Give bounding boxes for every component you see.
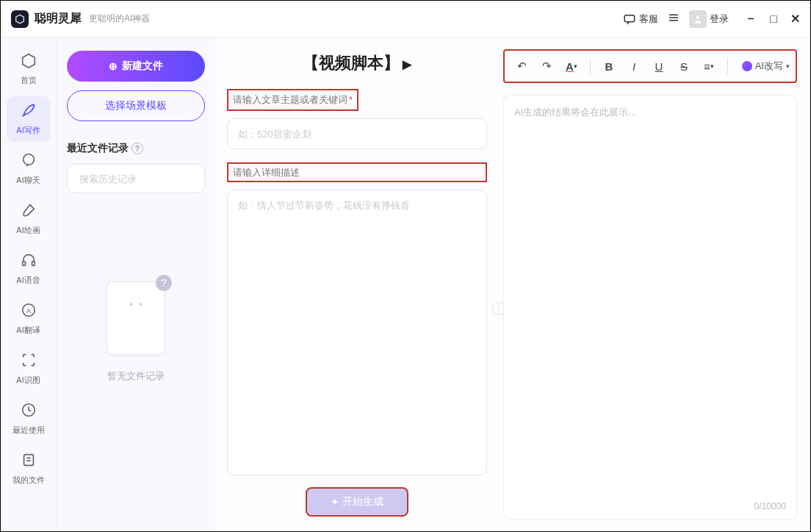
rail-recent[interactable]: 最近使用 [7,396,51,442]
chevron-down-icon: ▾ [786,62,790,70]
hamburger-icon [667,11,680,24]
editor-panel: 【视频脚本】▶ 请输入文章主题或者关键词* 请输入详细描述 ✦ 开始生成 ⋮ [215,37,499,531]
minimize-button[interactable]: － [745,11,757,26]
headphone-icon [21,252,37,272]
bold-button[interactable]: B [598,55,620,77]
rail-label: AI写作 [16,125,40,136]
separator [590,58,591,74]
svg-rect-9 [32,262,35,266]
detail-textarea[interactable] [227,190,487,475]
align-icon: ≡ [704,60,710,73]
svg-rect-13 [24,455,33,466]
rail-label: AI语音 [16,275,40,286]
rail-label: 首页 [21,75,37,86]
svg-marker-0 [16,15,24,24]
svg-text:A: A [26,307,31,314]
clock-icon [21,402,37,422]
chat-bubble-icon [21,152,37,172]
output-placeholder: AI生成的结果将会在此展示... [514,107,636,118]
chat-icon [623,12,636,26]
separator [727,58,728,74]
undo-icon: ↶ [517,60,527,73]
empty-doc-icon: ? • • [107,281,165,355]
app-logo-icon [11,10,29,28]
svg-rect-8 [22,262,25,266]
search-history-input-wrap[interactable] [67,164,205,193]
redo-button[interactable]: ↷ [536,55,558,77]
rail-home[interactable]: 首页 [7,46,51,92]
translate-icon: A [21,302,37,322]
svg-point-5 [696,15,700,19]
home-icon [21,52,37,72]
recent-header: 最近文件记录 ? [67,142,205,155]
underline-button[interactable]: U [648,55,670,77]
sparkle-icon: ✦ [331,496,339,508]
recent-title: 最近文件记录 [67,142,129,155]
titlebar: 聪明灵犀 更聪明的AI神器 客服 登录 － □ ✕ [1,1,810,37]
redo-icon: ↷ [542,60,552,73]
rail-ai-translate[interactable]: A AI翻译 [7,296,51,342]
search-history-input[interactable] [79,173,203,184]
file-icon [21,452,37,472]
empty-text: 暂无文件记录 [107,370,165,383]
generate-button[interactable]: ✦ 开始生成 [306,487,408,517]
rail-my-files[interactable]: 我的文件 [7,446,51,492]
rail-ai-voice[interactable]: AI语音 [7,246,51,292]
app-name: 聪明灵犀 [35,11,82,26]
empty-state: ? • • 暂无文件记录 [67,281,205,383]
strikethrough-icon: S [680,60,688,73]
title-text: 【视频脚本】 [303,54,400,72]
text-color-button[interactable]: A▾ [561,55,583,77]
new-file-label: 新建文件 [122,60,163,73]
rail-label: AI聊天 [16,175,40,186]
underline-icon: U [655,60,663,73]
menu-button[interactable] [667,11,680,27]
bold-icon: B [605,60,613,73]
avatar-icon [689,10,707,28]
close-button[interactable]: ✕ [790,12,800,26]
strikethrough-button[interactable]: S [673,55,695,77]
output-panel: ↶ ↷ A▾ B I U S ≡▾ AI改写 ▾ AI生成的结果将会在此展示..… [499,37,810,531]
maximize-button[interactable]: □ [770,12,777,26]
rail-ai-image[interactable]: AI识图 [7,346,51,392]
customer-service-button[interactable]: 客服 [623,12,658,26]
align-button[interactable]: ≡▾ [698,55,720,77]
svg-rect-1 [625,15,635,21]
rail-label: AI绘画 [16,225,40,236]
customer-service-label: 客服 [639,12,658,26]
ai-rewrite-label: AI改写 [755,60,783,73]
new-file-button[interactable]: ⊕ 新建文件 [67,51,205,82]
play-icon[interactable]: ▶ [403,57,411,71]
login-button[interactable]: 登录 [689,10,729,28]
rail-ai-paint[interactable]: AI绘画 [7,196,51,242]
italic-button[interactable]: I [623,55,645,77]
char-counter: 0/10000 [754,501,786,511]
file-panel: ⊕ 新建文件 选择场景模板 最近文件记录 ? ? • • 暂无文件记录 [57,37,215,531]
rail-label: AI翻译 [16,325,40,336]
detail-label-text: 请输入详细描述 [233,167,300,178]
image-scan-icon [21,352,37,372]
ai-rewrite-button[interactable]: AI改写 ▾ [742,60,790,73]
rail-ai-chat[interactable]: AI聊天 [7,146,51,192]
side-rail: 首页 AI写作 AI聊天 AI绘画 AI语音 [1,37,57,531]
login-label: 登录 [710,12,729,26]
topic-input[interactable] [227,118,487,149]
undo-button[interactable]: ↶ [511,55,533,77]
page-title: 【视频脚本】▶ [227,52,487,74]
output-area[interactable]: AI生成的结果将会在此展示... 0/10000 [503,95,797,520]
svg-point-7 [23,154,34,165]
rail-label: 我的文件 [12,475,45,486]
feather-icon [21,102,37,122]
plus-circle-icon: ⊕ [109,60,118,72]
rail-label: 最近使用 [12,425,45,436]
detail-label: 请输入详细描述 [227,162,487,182]
text-a-icon: A [566,60,574,73]
choose-template-button[interactable]: 选择场景模板 [67,90,205,121]
format-toolbar: ↶ ↷ A▾ B I U S ≡▾ AI改写 ▾ [503,49,797,83]
brush-icon [21,202,37,222]
help-icon[interactable]: ? [131,143,143,154]
topic-label: 请输入文章主题或者关键词* [227,89,358,111]
italic-icon: I [632,60,635,73]
svg-marker-6 [22,54,35,68]
rail-ai-write[interactable]: AI写作 [7,96,51,142]
